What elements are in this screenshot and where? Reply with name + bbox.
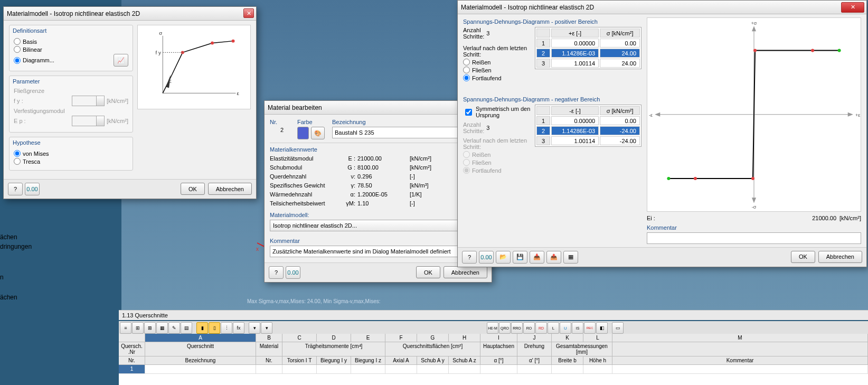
radio-bilinear[interactable]: Bilinear [14, 46, 128, 53]
tool-btn[interactable]: RD [535, 322, 547, 334]
units-button[interactable]: 0.00 [479, 251, 494, 264]
tool-btn[interactable]: ◧ [596, 322, 608, 334]
radio-tresca[interactable]: Tresca [14, 158, 128, 165]
material-model-select[interactable]: Isotrop nichtlinear elastisch 2D... [270, 220, 469, 231]
value-input[interactable]: 0.296 [357, 173, 408, 180]
table-button[interactable]: ▦ [563, 251, 578, 264]
tool-btn[interactable]: IS [572, 322, 583, 334]
value-input[interactable]: 1.2000E-05 [357, 191, 408, 198]
radio-basis[interactable]: Basis [14, 38, 128, 45]
radio-fortlaufend[interactable]: Fortlaufend [463, 74, 531, 81]
ok-button[interactable]: OK [791, 251, 815, 263]
tool-btn[interactable]: U [560, 322, 571, 334]
tool-btn[interactable]: ▦ [156, 322, 168, 334]
row-header-label: Quersch..Nr [119, 342, 145, 356]
tool-btn-active[interactable]: ▮ [196, 322, 208, 334]
tool-btn[interactable]: ⋮ [221, 322, 232, 334]
svg-text:+σ: +σ [751, 21, 757, 26]
help-button[interactable]: ? [462, 251, 477, 264]
svg-marker-17 [848, 112, 853, 117]
tool-btn-active[interactable]: ▯ [209, 322, 220, 334]
tool-btn[interactable]: REC [584, 322, 596, 334]
radio-fliessen[interactable]: Fließen [463, 67, 531, 73]
ok-button[interactable]: OK [416, 266, 440, 278]
svg-point-24 [667, 177, 670, 180]
tool-btn[interactable]: ⊞ [132, 322, 144, 334]
nr-input[interactable]: 2 [270, 127, 292, 133]
curve-preview: σ ε f y E [137, 25, 251, 109]
close-icon[interactable]: ✕ [243, 8, 254, 18]
tool-btn[interactable]: RO [523, 322, 535, 334]
section-grid[interactable]: A B C D E F G H I J K L M Quersch..Nr Qu… [119, 334, 868, 385]
tool-btn[interactable]: ▾ [249, 322, 260, 334]
svg-marker-16 [752, 198, 756, 203]
neg-table[interactable]: -ε [-]σ [kN/cm²] 10.000000.0021.14286E-0… [535, 105, 641, 147]
svg-point-22 [751, 177, 754, 180]
symmetric-checkbox[interactable]: Symmetrisch um den Ursprung [463, 106, 531, 118]
ep-input [72, 116, 105, 126]
dialog-material-model-large: Materialmodell - Isotrop nichtlinear ela… [457, 0, 867, 267]
help-button[interactable]: ? [269, 266, 284, 279]
svg-point-19 [753, 49, 757, 52]
status-text: Max Sigma-v,max,Mises: 24.00, Min Sigma-… [247, 298, 380, 304]
svg-point-6 [211, 42, 214, 45]
section-header: 1.13 Querschnitte [119, 310, 868, 320]
tool-btn[interactable]: ⊠ [144, 322, 156, 334]
excel-export-button[interactable]: 📤 [546, 251, 561, 264]
diagram-edit-button[interactable]: 📈 [114, 54, 128, 67]
units-button[interactable]: 0.00 [25, 183, 40, 195]
svg-marker-18 [655, 112, 660, 117]
stress-strain-plot: +σ -σ +ε -ε [647, 17, 861, 212]
value-input[interactable]: 78.50 [357, 182, 408, 189]
tool-btn[interactable]: L [548, 322, 559, 334]
svg-point-20 [811, 49, 814, 52]
anzahl-neg-input: 3 [486, 125, 510, 131]
svg-text:-ε: -ε [649, 112, 653, 118]
cancel-button[interactable]: Abbrechen [818, 251, 862, 263]
cancel-button[interactable]: Abbrechen [208, 183, 252, 195]
value-input[interactable]: 1.10 [357, 200, 408, 206]
cancel-button[interactable]: Abbrechen [444, 266, 487, 278]
value-input[interactable]: 21000.00 [357, 155, 408, 162]
radio-mises[interactable]: von Mises [14, 150, 128, 157]
tool-btn[interactable]: ✎ [168, 322, 180, 334]
tool-btn[interactable]: ≡ [120, 322, 131, 334]
radio-diagramm[interactable]: Diagramm... [14, 57, 54, 64]
kommentar-input[interactable] [647, 232, 861, 244]
svg-text:f y: f y [155, 50, 161, 55]
tool-btn[interactable]: HE·M [487, 322, 498, 334]
value-input[interactable]: 8100.00 [357, 164, 408, 171]
kommentar-input[interactable] [270, 246, 469, 257]
nav-tree[interactable]: ächen dringungen n ächen [0, 232, 106, 302]
dialog-title[interactable]: Materialmodell - Isotrop nichtlinear ela… [458, 1, 866, 14]
color-pick-button[interactable]: 🎨 [311, 127, 325, 139]
tool-btn[interactable]: RRO [511, 322, 523, 334]
tool-btn[interactable]: ▾ [261, 322, 272, 334]
save-button[interactable]: 💾 [513, 251, 527, 264]
svg-text:-σ: -σ [752, 204, 757, 210]
open-button[interactable]: 📂 [496, 251, 511, 264]
section-toolbar: ≡ ⊞ ⊠ ▦ ✎ ▤ ▮ ▯ ⋮ fx ▾ ▾ HE·M QRO RRO RO… [119, 321, 868, 335]
svg-point-7 [232, 40, 235, 43]
svg-point-23 [694, 177, 697, 180]
tool-btn[interactable]: ▭ [612, 322, 624, 334]
close-icon[interactable]: ✕ [841, 2, 864, 13]
dialog-title[interactable]: Materialmodell - Isotrop nichtlinear ela… [4, 7, 256, 21]
ok-button[interactable]: OK [181, 183, 205, 195]
tool-btn[interactable]: ▤ [181, 322, 192, 334]
excel-import-button[interactable]: 📥 [530, 251, 544, 264]
dialog-material-model-small: Materialmodell - Isotrop nichtlinear ela… [3, 6, 257, 199]
radio-fortlaufend-neg: Fortlaufend [463, 167, 531, 174]
tool-btn[interactable]: fx [233, 322, 244, 334]
radio-reissen[interactable]: Reißen [463, 59, 531, 65]
help-button[interactable]: ? [8, 183, 23, 195]
pos-table[interactable]: +ε [-]σ [kN/cm²] 10.000000.0021.14286E-0… [535, 27, 641, 69]
row-number[interactable]: 1 [119, 365, 145, 374]
radio-reissen-neg: Reißen [463, 151, 531, 158]
tool-btn[interactable]: QRO [499, 322, 511, 334]
anzahl-input[interactable]: 3 [486, 30, 510, 36]
fy-input [72, 96, 105, 106]
svg-point-21 [838, 49, 841, 52]
units-button[interactable]: 0.00 [286, 266, 300, 279]
color-swatch[interactable] [297, 127, 309, 139]
